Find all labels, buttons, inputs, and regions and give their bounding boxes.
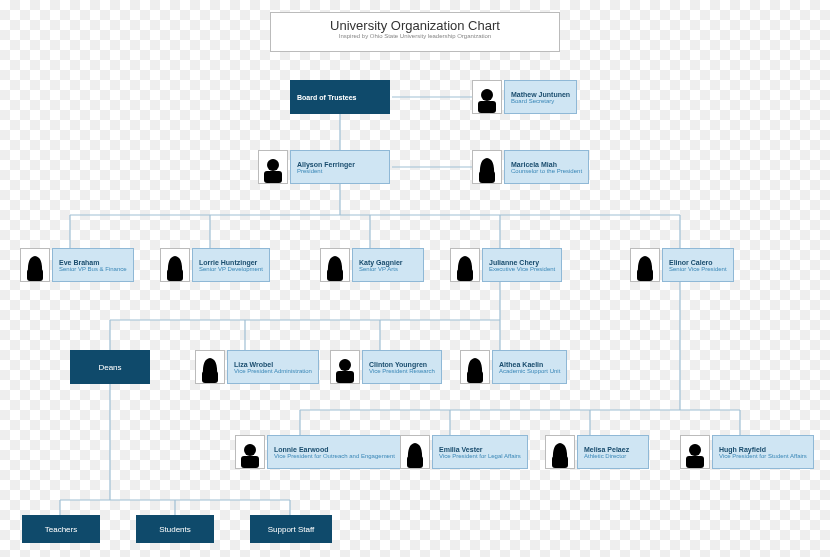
node-sub2: Clinton YoungrenVice President Research [330,350,442,384]
president-name: Allyson Ferringer [297,161,383,168]
counselor-role: Counselor to the President [511,168,582,174]
avatar-female-icon [320,248,350,282]
vp3-role: Senior VP Arts [359,266,417,272]
org-chart-canvas: University Organization Chart Inspired b… [0,0,830,557]
avatar-female-icon [450,248,480,282]
low2-role: Vice President for Legal Affairs [439,453,521,459]
node-vp2: Lorrie HuntzingerSenior VP Development [160,248,270,282]
avatar-female-icon [195,350,225,384]
vp3-name: Katy Gagnier [359,259,417,266]
avatar-female-icon [400,435,430,469]
low1-role: Vice President for Outreach and Engageme… [274,453,395,459]
node-deans: Deans [70,350,150,384]
avatar-male-icon [235,435,265,469]
node-vp4: Julianne CheryExecutive Vice President [450,248,562,282]
node-sub1: Liza WrobelVice President Administration [195,350,319,384]
avatar-female-icon [630,248,660,282]
avatar-male-icon [330,350,360,384]
node-low3: Melisa PelaezAthletic Director [545,435,649,469]
vp5-role: Senior Vice President [669,266,727,272]
chart-title: University Organization Chart Inspired b… [270,12,560,52]
node-president: Allyson Ferringer President [258,150,390,184]
low3-name: Melisa Pelaez [584,446,642,453]
sub3-role: Academic Support Unit [499,368,560,374]
node-vp1: Eve BrahamSenior VP Bus & Finance [20,248,134,282]
node-sub3: Althea KaelinAcademic Support Unit [460,350,567,384]
low4-name: Hugh Rayfield [719,446,807,453]
sub2-role: Vice President Research [369,368,435,374]
node-board: Board of Trustees [290,80,390,114]
board-label: Board of Trustees [297,94,383,101]
vp5-name: Elinor Calero [669,259,727,266]
counselor-name: Maricela Miah [511,161,582,168]
secretary-role: Board Secretary [511,98,570,104]
avatar-female-icon [460,350,490,384]
node-students: Students [136,515,214,543]
node-support-staff: Support Staff [250,515,332,543]
node-teachers: Teachers [22,515,100,543]
sub1-name: Liza Wrobel [234,361,312,368]
node-vp5: Elinor CaleroSenior Vice President [630,248,734,282]
students-label: Students [159,525,191,534]
avatar-female-icon [20,248,50,282]
node-low1: Lonnie EarwoodVice President for Outreac… [235,435,402,469]
teachers-label: Teachers [45,525,77,534]
vp1-role: Senior VP Bus & Finance [59,266,127,272]
title-main: University Organization Chart [271,18,559,33]
node-secretary: Mathew Juntunen Board Secretary [472,80,577,114]
avatar-male-icon [258,150,288,184]
title-sub: Inspired by Ohio State University leader… [271,33,559,39]
low1-name: Lonnie Earwood [274,446,395,453]
node-low4: Hugh RayfieldVice President for Student … [680,435,814,469]
avatar-female-icon [472,150,502,184]
low2-name: Emilia Vester [439,446,521,453]
vp4-role: Executive Vice President [489,266,555,272]
low3-role: Athletic Director [584,453,642,459]
avatar-male-icon [472,80,502,114]
deans-label: Deans [98,363,121,372]
node-low2: Emilia VesterVice President for Legal Af… [400,435,528,469]
sub2-name: Clinton Youngren [369,361,435,368]
vp2-role: Senior VP Development [199,266,263,272]
low4-role: Vice President for Student Affairs [719,453,807,459]
president-role: President [297,168,383,174]
vp2-name: Lorrie Huntzinger [199,259,263,266]
sub1-role: Vice President Administration [234,368,312,374]
avatar-female-icon [160,248,190,282]
vp1-name: Eve Braham [59,259,127,266]
support-label: Support Staff [268,525,315,534]
vp4-name: Julianne Chery [489,259,555,266]
sub3-name: Althea Kaelin [499,361,560,368]
secretary-name: Mathew Juntunen [511,91,570,98]
node-vp3: Katy GagnierSenior VP Arts [320,248,424,282]
node-counselor: Maricela Miah Counselor to the President [472,150,589,184]
avatar-female-icon [545,435,575,469]
avatar-male-icon [680,435,710,469]
